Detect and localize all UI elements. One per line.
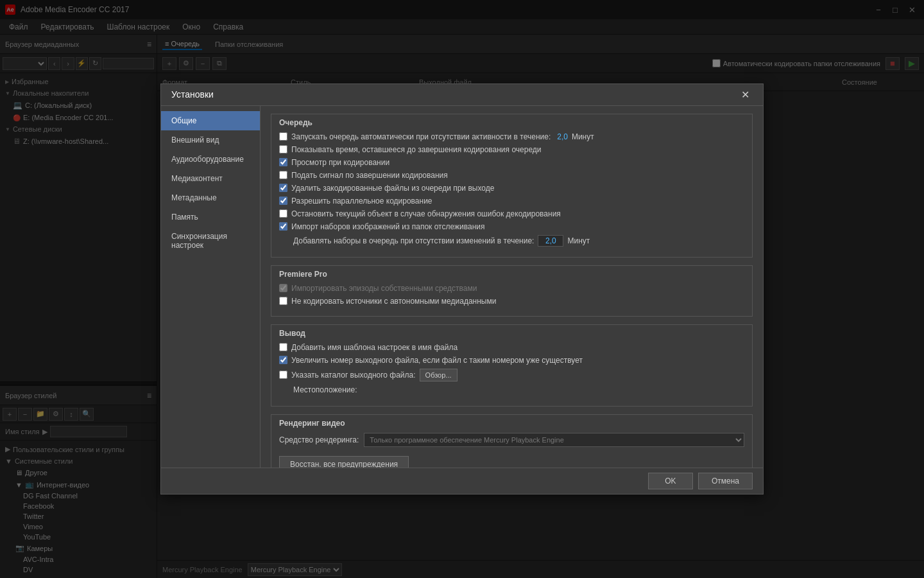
premiere-section-title: Premiere Pro <box>279 270 744 279</box>
add-preset-name-checkbox[interactable] <box>279 343 287 351</box>
add-preset-name-label: Добавить имя шаблона настроек в имя файл… <box>291 343 458 352</box>
premiere-settings-group: Premiere Pro Импортировать эпизоды собст… <box>271 265 753 317</box>
import-episodes-label: Импортировать эпизоды собственными средс… <box>291 284 477 293</box>
modal-body: Общие Внешний вид Аудиооборудование Меди… <box>161 106 763 468</box>
modal-overlay: Установки ✕ Общие Внешний вид Аудиообору… <box>0 0 924 578</box>
modal-title: Установки <box>171 89 214 100</box>
restore-warnings-btn[interactable]: Восстан. все предупреждения <box>279 456 409 468</box>
render-section-title: Рендеринг видео <box>279 419 744 428</box>
add-to-queue-unit: Минут <box>567 236 590 245</box>
import-episodes-checkbox[interactable] <box>279 284 287 292</box>
auto-start-value: 2,0 <box>557 132 568 141</box>
add-to-queue-input[interactable] <box>538 235 563 247</box>
preview-label: Просмотр при кодировании <box>291 158 389 167</box>
nav-media[interactable]: Медиаконтент <box>161 169 260 188</box>
queue-section-title: Очередь <box>279 118 744 127</box>
modal-cancel-button[interactable]: Отмена <box>698 473 753 489</box>
add-to-queue-row: Добавлять наборы в очередь при отсутстви… <box>279 235 744 247</box>
nav-metadata[interactable]: Метаданные <box>161 188 260 207</box>
add-preset-name-row: Добавить имя шаблона настроек в имя файл… <box>279 343 744 352</box>
specify-dir-checkbox[interactable] <box>279 371 287 379</box>
nav-audio[interactable]: Аудиооборудование <box>161 150 260 169</box>
increment-number-row: Увеличить номер выходного файла, если фа… <box>279 356 744 365</box>
add-to-queue-label: Добавлять наборы в очередь при отсутстви… <box>293 236 534 245</box>
browse-button[interactable]: Обзор... <box>420 369 458 381</box>
modal-ok-button[interactable]: OK <box>648 473 693 489</box>
specify-dir-row: Указать каталог выходного файла: Обзор..… <box>279 369 744 381</box>
modal-content-area: Очередь Запускать очередь автоматически … <box>261 106 763 468</box>
parallel-encode-label: Разрешить параллельное кодирование <box>291 197 432 206</box>
show-time-label: Показывать время, оставшееся до завершен… <box>291 145 542 154</box>
parallel-encode-checkbox[interactable] <box>279 197 287 205</box>
modal-footer: OK Отмена <box>161 468 763 494</box>
nav-appearance[interactable]: Внешний вид <box>161 130 260 150</box>
import-imagesets-row: Импорт наборов изображений из папок отсл… <box>279 222 744 231</box>
stop-on-error-checkbox[interactable] <box>279 209 287 218</box>
modal-title-bar: Установки ✕ <box>161 84 763 106</box>
no-encode-offline-label: Не кодировать источники с автономными ме… <box>291 297 496 306</box>
preview-checkbox[interactable] <box>279 158 287 166</box>
import-imagesets-checkbox[interactable] <box>279 222 287 231</box>
settings-modal: Установки ✕ Общие Внешний вид Аудиообору… <box>160 83 764 495</box>
nav-sync[interactable]: Синхронизация настроек <box>161 227 260 255</box>
modal-sidebar: Общие Внешний вид Аудиооборудование Меди… <box>161 106 261 468</box>
show-time-checkbox[interactable] <box>279 145 287 153</box>
render-settings-group: Рендеринг видео Средство рендеринга: Тол… <box>271 414 753 468</box>
stop-on-error-label: Остановить текущий объект в случае обнар… <box>291 209 561 218</box>
output-section-title: Вывод <box>279 329 744 338</box>
increment-number-label: Увеличить номер выходного файла, если фа… <box>291 356 583 365</box>
renderer-dropdown[interactable]: Только программное обеспечение Mercury P… <box>364 433 744 447</box>
location-row: Местоположение: <box>279 385 744 394</box>
renderer-row: Средство рендеринга: Только программное … <box>279 433 744 447</box>
delete-encoded-label: Удалить закодированные файлы из очереди … <box>291 184 494 193</box>
import-episodes-row: Импортировать эпизоды собственными средс… <box>279 284 744 293</box>
auto-start-label: Запускать очередь автоматически при отсу… <box>291 132 551 141</box>
stop-on-error-row: Остановить текущий объект в случае обнар… <box>279 209 744 218</box>
no-encode-offline-row: Не кодировать источники с автономными ме… <box>279 297 744 306</box>
no-encode-offline-checkbox[interactable] <box>279 297 287 305</box>
beep-checkbox[interactable] <box>279 171 287 179</box>
show-time-row: Показывать время, оставшееся до завершен… <box>279 145 744 154</box>
import-imagesets-label: Импорт наборов изображений из папок отсл… <box>291 222 484 231</box>
preview-row: Просмотр при кодировании <box>279 158 744 167</box>
nav-memory[interactable]: Память <box>161 207 260 227</box>
location-label: Местоположение: <box>293 385 357 394</box>
modal-close-btn[interactable]: ✕ <box>737 87 753 102</box>
specify-dir-label: Указать каталог выходного файла: <box>291 371 416 380</box>
parallel-encode-row: Разрешить параллельное кодирование <box>279 197 744 206</box>
auto-start-checkbox[interactable] <box>279 132 287 141</box>
renderer-row-label: Средство рендеринга: <box>279 435 359 444</box>
queue-settings-group: Очередь Запускать очередь автоматически … <box>271 114 753 258</box>
nav-general[interactable]: Общие <box>161 111 260 130</box>
output-settings-group: Вывод Добавить имя шаблона настроек в им… <box>271 324 753 407</box>
beep-label: Подать сигнал по завершении кодирования <box>291 171 448 180</box>
increment-number-checkbox[interactable] <box>279 356 287 364</box>
auto-start-row: Запускать очередь автоматически при отсу… <box>279 132 744 141</box>
beep-row: Подать сигнал по завершении кодирования <box>279 171 744 180</box>
auto-start-unit: Минут <box>572 132 594 141</box>
delete-encoded-checkbox[interactable] <box>279 184 287 192</box>
delete-encoded-row: Удалить закодированные файлы из очереди … <box>279 184 744 193</box>
